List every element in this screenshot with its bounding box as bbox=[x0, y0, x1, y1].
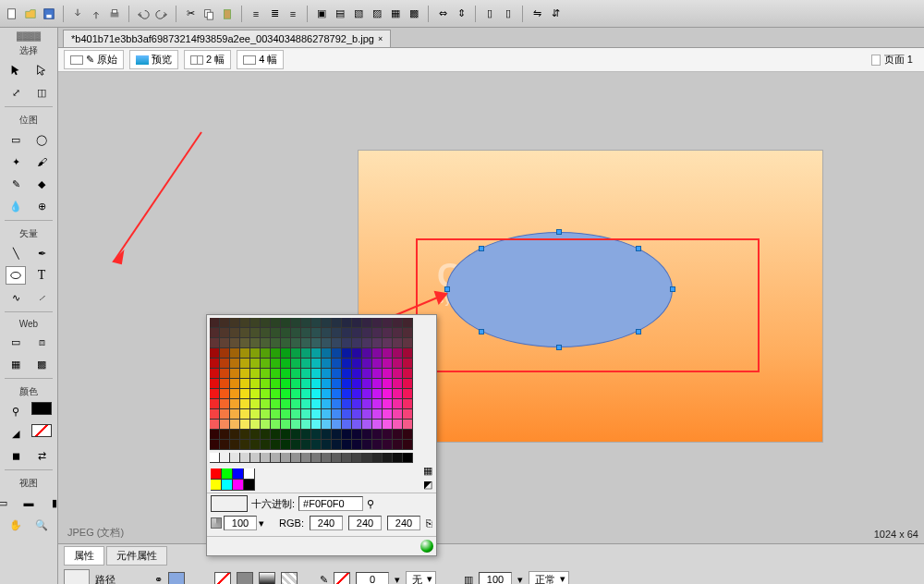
doc2-icon[interactable]: ▯ bbox=[500, 6, 517, 22]
color-cell[interactable] bbox=[362, 369, 372, 379]
color-cell[interactable] bbox=[332, 420, 342, 430]
pen-tool-icon[interactable]: ✒ bbox=[31, 244, 52, 262]
basic-color-cell[interactable] bbox=[222, 480, 233, 491]
color-cell[interactable] bbox=[281, 338, 291, 348]
color-cell[interactable] bbox=[230, 389, 240, 399]
gray-cell[interactable] bbox=[322, 453, 332, 463]
color-cell[interactable] bbox=[332, 399, 342, 409]
color-cell[interactable] bbox=[393, 359, 403, 369]
color-cell[interactable] bbox=[322, 338, 332, 348]
eyedropper-popup-icon[interactable]: ⚲ bbox=[367, 498, 374, 510]
color-cell[interactable] bbox=[281, 430, 291, 440]
color-cell[interactable] bbox=[301, 328, 311, 338]
color-cell[interactable] bbox=[240, 369, 250, 379]
color-cell[interactable] bbox=[230, 420, 240, 430]
color-cell[interactable] bbox=[261, 348, 271, 359]
color-cell[interactable] bbox=[240, 348, 250, 359]
stroke-width-input[interactable] bbox=[356, 572, 389, 584]
import-icon[interactable] bbox=[69, 6, 86, 22]
color-cell[interactable] bbox=[230, 328, 240, 338]
color-cell[interactable] bbox=[291, 420, 301, 430]
color-cell[interactable] bbox=[372, 389, 383, 399]
save-icon[interactable] bbox=[41, 6, 57, 22]
color-cell[interactable] bbox=[383, 409, 393, 420]
color-cell[interactable] bbox=[301, 379, 311, 389]
color-cell[interactable] bbox=[403, 409, 413, 420]
color-cell[interactable] bbox=[230, 379, 240, 389]
color-cell[interactable] bbox=[240, 409, 250, 420]
color-cell[interactable] bbox=[322, 348, 332, 359]
color-cell[interactable] bbox=[393, 440, 403, 450]
forward-icon[interactable]: ▦ bbox=[387, 6, 404, 22]
color-cell[interactable] bbox=[261, 420, 271, 430]
gray-cell[interactable] bbox=[271, 453, 281, 463]
flip-h-icon[interactable]: ⇋ bbox=[529, 6, 545, 22]
color-cell[interactable] bbox=[362, 420, 372, 430]
color-cell[interactable] bbox=[403, 389, 413, 399]
color-cell[interactable] bbox=[220, 440, 230, 450]
color-cell[interactable] bbox=[393, 430, 403, 440]
color-cell[interactable] bbox=[393, 409, 403, 420]
wand-tool-icon[interactable]: ✦ bbox=[6, 152, 26, 171]
color-cell[interactable] bbox=[301, 389, 311, 399]
color-cell[interactable] bbox=[271, 328, 281, 338]
color-cell[interactable] bbox=[230, 318, 240, 328]
color-cell[interactable] bbox=[240, 359, 250, 369]
basic-colors[interactable] bbox=[211, 468, 255, 491]
color-cell[interactable] bbox=[291, 348, 301, 359]
color-cell[interactable] bbox=[352, 430, 362, 440]
color-cell[interactable] bbox=[240, 430, 250, 440]
redo-icon[interactable] bbox=[153, 6, 170, 22]
screen-mode-icon[interactable]: ▭ bbox=[0, 493, 13, 512]
color-cell[interactable] bbox=[383, 379, 393, 389]
color-cell[interactable] bbox=[352, 359, 362, 369]
blur-tool-icon[interactable]: 💧 bbox=[6, 197, 26, 215]
color-cell[interactable] bbox=[301, 430, 311, 440]
color-cell[interactable] bbox=[322, 328, 332, 338]
color-cell[interactable] bbox=[291, 369, 301, 379]
color-cell[interactable] bbox=[271, 389, 281, 399]
r-input[interactable] bbox=[310, 516, 343, 530]
fill-swatch[interactable] bbox=[31, 424, 52, 437]
color-cell[interactable] bbox=[332, 359, 342, 369]
color-cell[interactable] bbox=[311, 318, 322, 328]
color-cell[interactable] bbox=[403, 440, 413, 450]
color-cell[interactable] bbox=[352, 379, 362, 389]
color-cell[interactable] bbox=[352, 399, 362, 409]
color-cell[interactable] bbox=[291, 338, 301, 348]
gray-cell[interactable] bbox=[281, 453, 291, 463]
alpha-dropdown-icon[interactable]: ▾ bbox=[259, 517, 264, 529]
color-cell[interactable] bbox=[291, 430, 301, 440]
color-cell[interactable] bbox=[250, 379, 261, 389]
group-icon[interactable]: ▣ bbox=[313, 6, 330, 22]
color-cell[interactable] bbox=[271, 430, 281, 440]
show-tool-icon[interactable]: ▩ bbox=[31, 355, 52, 373]
color-cell[interactable] bbox=[322, 359, 332, 369]
color-cell[interactable] bbox=[261, 328, 271, 338]
undo-icon[interactable] bbox=[135, 6, 152, 22]
color-cell[interactable] bbox=[352, 328, 362, 338]
color-cell[interactable] bbox=[210, 379, 220, 389]
gray-cell[interactable] bbox=[362, 453, 372, 463]
color-cell[interactable] bbox=[271, 420, 281, 430]
color-cell[interactable] bbox=[352, 318, 362, 328]
document-tab[interactable]: *b401b71e3bb3af69873214f93859a2ee_003403… bbox=[63, 30, 391, 47]
scale-tool-icon[interactable]: ⤢ bbox=[6, 83, 26, 102]
fill-color-swatch[interactable] bbox=[168, 572, 185, 584]
color-cell[interactable] bbox=[322, 318, 332, 328]
print-icon[interactable] bbox=[106, 6, 123, 22]
color-cell[interactable] bbox=[311, 359, 322, 369]
stroke-swatch[interactable] bbox=[31, 402, 52, 415]
color-cell[interactable] bbox=[210, 328, 220, 338]
color-cell[interactable] bbox=[393, 318, 403, 328]
color-cell[interactable] bbox=[220, 369, 230, 379]
color-cell[interactable] bbox=[291, 318, 301, 328]
gray-cell[interactable] bbox=[240, 453, 250, 463]
color-cell[interactable] bbox=[372, 420, 383, 430]
blend-mode-dropdown[interactable]: 正常 bbox=[529, 571, 569, 585]
stamp-tool-icon[interactable]: ⊕ bbox=[31, 197, 52, 215]
color-cell[interactable] bbox=[342, 430, 352, 440]
color-cell[interactable] bbox=[342, 338, 352, 348]
color-cell[interactable] bbox=[352, 440, 362, 450]
color-cell[interactable] bbox=[220, 399, 230, 409]
